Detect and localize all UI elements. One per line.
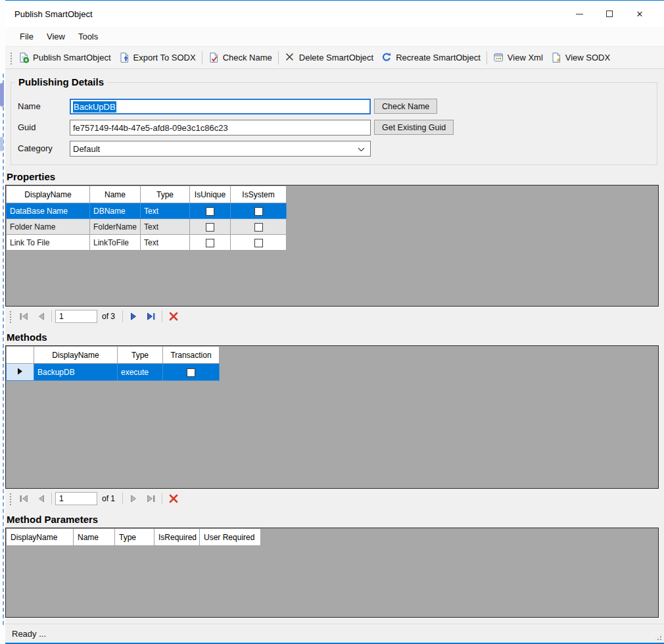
menu-view[interactable]: View [40, 29, 72, 44]
window-title: Publish SmartObject [14, 9, 93, 19]
page-number-input[interactable]: 1 [55, 492, 97, 505]
method-parameters-grid[interactable]: DisplayName Name Type IsRequired User Re… [5, 528, 659, 618]
previous-page-icon [37, 495, 45, 503]
page-count-label: of 3 [102, 312, 115, 321]
type-cell[interactable]: execute [118, 364, 163, 381]
displayname-cell[interactable]: Link To File [7, 235, 90, 251]
next-page-button[interactable] [126, 309, 141, 324]
properties-section-title: Properties [7, 171, 659, 182]
transaction-checkbox[interactable] [187, 368, 195, 377]
name-input[interactable]: BackUpDB [70, 99, 371, 114]
column-header[interactable]: IsRequired [154, 529, 200, 546]
maximize-button[interactable] [594, 1, 625, 27]
delete-row-button[interactable] [166, 491, 181, 506]
publishing-details-title: Publishing Details [15, 76, 107, 87]
isunique-checkbox[interactable] [206, 207, 214, 216]
get-existing-guid-button[interactable]: Get Existing Guid [374, 120, 454, 135]
name-cell[interactable]: LinkToFile [90, 235, 141, 251]
minimize-icon [576, 14, 583, 14]
first-page-icon [19, 495, 28, 503]
methods-grid[interactable]: DisplayName Type Transaction BackupDB ex… [5, 345, 659, 489]
table-row[interactable]: DataBase Name DBName Text [7, 203, 287, 219]
view-xml-icon [493, 52, 504, 63]
recreate-smartobject-icon [381, 52, 392, 63]
toolbar-export-to-sodx-button[interactable]: Export To SODX [115, 49, 200, 66]
toolbar-recreate-smartobject-button[interactable]: Recreate SmartObject [377, 49, 485, 66]
column-header[interactable]: Type [115, 529, 154, 546]
table-row[interactable]: BackupDB execute [7, 364, 220, 381]
background-window-border [3, 74, 4, 625]
category-field-row: Category Default [11, 141, 657, 157]
column-header[interactable]: Transaction [163, 347, 220, 364]
guid-input[interactable]: fe757149-f44b-47e5-afd8-09e3c1c86c23 [70, 120, 371, 136]
menu-tools[interactable]: Tools [72, 29, 105, 44]
column-header[interactable]: User Required [200, 529, 261, 546]
first-page-button[interactable] [16, 309, 31, 324]
first-page-button[interactable] [16, 491, 31, 506]
table-row[interactable]: Link To File LinkToFile Text [7, 235, 287, 251]
issystem-checkbox[interactable] [254, 223, 263, 232]
toolbar-view-sodx-button[interactable]: View SODX [547, 49, 614, 66]
name-cell[interactable]: DBName [90, 203, 141, 219]
displayname-cell[interactable]: BackupDB [34, 364, 118, 381]
get-existing-guid-button-label: Get Existing Guid [382, 123, 446, 132]
column-header[interactable]: Type [118, 347, 163, 364]
pager-separator [162, 310, 162, 322]
close-button[interactable]: ✕ [625, 1, 655, 27]
column-header[interactable]: IsSystem [231, 186, 287, 203]
column-header[interactable]: DisplayName [7, 529, 74, 546]
maximize-icon [606, 11, 613, 17]
last-page-button[interactable] [143, 491, 158, 506]
background-window-icon-fragment [0, 137, 3, 151]
last-page-button[interactable] [143, 309, 158, 324]
displayname-cell[interactable]: DataBase Name [7, 203, 90, 219]
properties-grid[interactable]: DisplayName Name Type IsUnique IsSystem … [5, 185, 659, 307]
type-cell[interactable]: Text [141, 203, 190, 219]
delete-row-icon [169, 494, 178, 503]
column-header[interactable]: IsUnique [190, 186, 231, 203]
guid-label: Guid [18, 122, 36, 132]
table-row[interactable]: Folder Name FolderName Text [7, 219, 287, 235]
menu-file[interactable]: File [13, 29, 40, 44]
toolbar-button-label: View SODX [565, 53, 610, 62]
toolbar-check-name-button[interactable]: Check Name [204, 49, 276, 66]
isunique-checkbox[interactable] [206, 239, 214, 247]
toolbar-delete-smartobject-button[interactable]: Delete SmartObject [281, 49, 377, 66]
status-bar: Ready ... [5, 624, 664, 643]
view-sodx-icon [551, 52, 562, 63]
toolbar-button-label: Check Name [223, 53, 272, 62]
isunique-checkbox[interactable] [206, 223, 214, 232]
column-header[interactable]: DisplayName [7, 186, 90, 203]
previous-page-button[interactable] [33, 491, 48, 506]
publish-smartobject-icon [18, 52, 30, 63]
column-header[interactable]: DisplayName [34, 347, 118, 364]
next-page-icon [130, 312, 138, 320]
type-cell[interactable]: Text [141, 219, 190, 235]
issystem-checkbox[interactable] [254, 207, 263, 216]
next-page-button[interactable] [126, 491, 141, 506]
column-header[interactable]: Type [141, 186, 190, 203]
toolbar-button-label: Delete SmartObject [299, 53, 373, 62]
issystem-checkbox[interactable] [254, 239, 263, 247]
page-number-input[interactable]: 1 [55, 310, 97, 323]
last-page-icon [147, 495, 156, 503]
column-header[interactable]: Name [74, 529, 115, 546]
type-cell[interactable]: Text [141, 235, 190, 251]
minimize-button[interactable] [564, 1, 594, 27]
category-dropdown[interactable]: Default [70, 141, 371, 157]
methods-section-title: Methods [7, 332, 659, 343]
menu-bar: File View Tools [5, 27, 664, 46]
delete-row-button[interactable] [166, 309, 181, 324]
export-to-sodx-icon [119, 52, 130, 63]
toolbar-view-xml-button[interactable]: View Xml [489, 49, 547, 66]
resize-grip[interactable] [654, 633, 663, 641]
pager-grip [9, 492, 12, 505]
column-header[interactable]: Name [90, 186, 141, 203]
displayname-cell[interactable]: Folder Name [7, 219, 90, 235]
toolbar-publish-smartobject-button[interactable]: Publish SmartObject [14, 49, 115, 66]
check-name-button[interactable]: Check Name [374, 99, 437, 114]
issystem-cell [231, 203, 287, 219]
name-cell[interactable]: FolderName [90, 219, 141, 235]
chevron-down-icon [358, 144, 365, 154]
previous-page-button[interactable] [33, 309, 48, 324]
